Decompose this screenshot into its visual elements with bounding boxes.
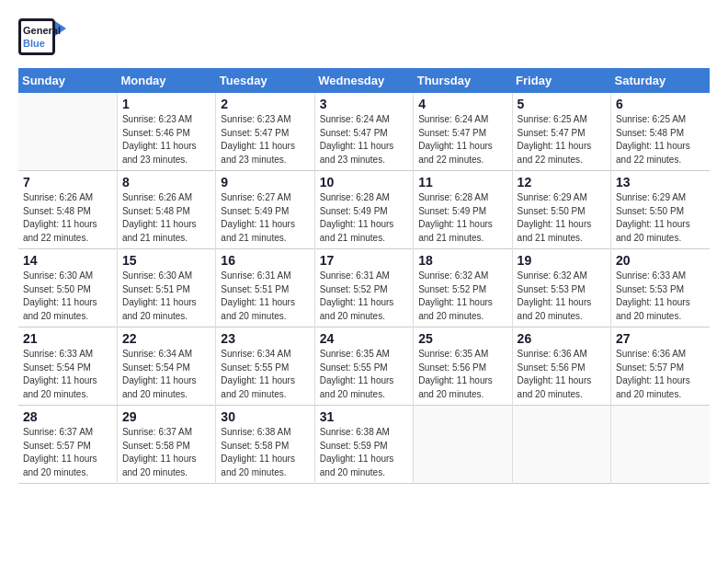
header-sunday: Sunday [18, 68, 117, 93]
calendar-cell: 4Sunrise: 6:24 AM Sunset: 5:47 PM Daylig… [414, 93, 512, 171]
calendar-cell: 2Sunrise: 6:23 AM Sunset: 5:47 PM Daylig… [216, 93, 314, 171]
calendar-cell: 28Sunrise: 6:37 AM Sunset: 5:57 PM Dayli… [18, 406, 117, 484]
calendar-cell: 18Sunrise: 6:32 AM Sunset: 5:52 PM Dayli… [414, 249, 512, 327]
calendar-cell: 8Sunrise: 6:26 AM Sunset: 5:48 PM Daylig… [117, 171, 215, 249]
day-info: Sunrise: 6:30 AM Sunset: 5:51 PM Dayligh… [122, 270, 210, 323]
day-info: Sunrise: 6:36 AM Sunset: 5:56 PM Dayligh… [518, 348, 606, 401]
calendar-cell: 30Sunrise: 6:38 AM Sunset: 5:58 PM Dayli… [216, 406, 314, 484]
day-number: 7 [23, 175, 112, 190]
day-info: Sunrise: 6:34 AM Sunset: 5:55 PM Dayligh… [221, 348, 309, 401]
day-number: 17 [320, 253, 408, 268]
calendar-cell [414, 406, 512, 484]
day-info: Sunrise: 6:32 AM Sunset: 5:53 PM Dayligh… [518, 270, 606, 323]
day-info: Sunrise: 6:37 AM Sunset: 5:57 PM Dayligh… [23, 426, 112, 479]
day-number: 28 [23, 409, 112, 424]
day-info: Sunrise: 6:37 AM Sunset: 5:58 PM Dayligh… [122, 426, 210, 479]
calendar-cell: 12Sunrise: 6:29 AM Sunset: 5:50 PM Dayli… [512, 171, 610, 249]
day-number: 26 [518, 331, 606, 346]
day-number: 29 [122, 409, 210, 424]
day-number: 20 [616, 253, 705, 268]
day-info: Sunrise: 6:36 AM Sunset: 5:57 PM Dayligh… [616, 348, 705, 401]
calendar-cell: 16Sunrise: 6:31 AM Sunset: 5:51 PM Dayli… [216, 249, 314, 327]
calendar-cell: 31Sunrise: 6:38 AM Sunset: 5:59 PM Dayli… [314, 406, 413, 484]
day-number: 10 [320, 175, 408, 190]
day-info: Sunrise: 6:24 AM Sunset: 5:47 PM Dayligh… [320, 113, 408, 167]
day-info: Sunrise: 6:35 AM Sunset: 5:55 PM Dayligh… [320, 348, 408, 401]
day-info: Sunrise: 6:32 AM Sunset: 5:52 PM Dayligh… [418, 270, 506, 323]
day-number: 14 [23, 253, 112, 268]
calendar-cell: 19Sunrise: 6:32 AM Sunset: 5:53 PM Dayli… [512, 249, 610, 327]
calendar-table: SundayMondayTuesdayWednesdayThursdayFrid… [18, 68, 710, 484]
calendar-cell: 3Sunrise: 6:24 AM Sunset: 5:47 PM Daylig… [314, 93, 413, 171]
calendar-cell: 22Sunrise: 6:34 AM Sunset: 5:54 PM Dayli… [117, 327, 215, 406]
day-number: 15 [122, 253, 210, 268]
day-number: 3 [320, 97, 408, 111]
logo: GeneralBlue [18, 18, 59, 59]
day-info: Sunrise: 6:31 AM Sunset: 5:52 PM Dayligh… [320, 270, 408, 323]
logo-emblem: GeneralBlue [18, 18, 59, 59]
calendar-cell: 17Sunrise: 6:31 AM Sunset: 5:52 PM Dayli… [314, 249, 413, 327]
calendar-week-3: 14Sunrise: 6:30 AM Sunset: 5:50 PM Dayli… [18, 249, 710, 327]
day-number: 13 [616, 175, 705, 190]
day-number: 2 [221, 97, 309, 111]
day-info: Sunrise: 6:34 AM Sunset: 5:54 PM Dayligh… [122, 348, 210, 401]
calendar-header-row: SundayMondayTuesdayWednesdayThursdayFrid… [18, 68, 710, 93]
header-wednesday: Wednesday [314, 68, 413, 93]
calendar-week-2: 7Sunrise: 6:26 AM Sunset: 5:48 PM Daylig… [18, 171, 710, 249]
calendar-cell: 21Sunrise: 6:33 AM Sunset: 5:54 PM Dayli… [18, 327, 117, 406]
day-info: Sunrise: 6:25 AM Sunset: 5:47 PM Dayligh… [518, 113, 606, 167]
calendar-cell: 10Sunrise: 6:28 AM Sunset: 5:49 PM Dayli… [314, 171, 413, 249]
day-number: 1 [122, 97, 210, 111]
calendar-cell: 20Sunrise: 6:33 AM Sunset: 5:53 PM Dayli… [611, 249, 710, 327]
calendar-cell: 29Sunrise: 6:37 AM Sunset: 5:58 PM Dayli… [117, 406, 215, 484]
day-number: 21 [23, 331, 112, 346]
day-info: Sunrise: 6:27 AM Sunset: 5:49 PM Dayligh… [221, 191, 309, 245]
calendar-cell: 26Sunrise: 6:36 AM Sunset: 5:56 PM Dayli… [512, 327, 610, 406]
day-number: 18 [418, 253, 506, 268]
calendar-cell [512, 406, 610, 484]
logo-graphic: GeneralBlue [18, 18, 59, 59]
calendar-week-1: 1Sunrise: 6:23 AM Sunset: 5:46 PM Daylig… [18, 93, 710, 171]
day-info: Sunrise: 6:29 AM Sunset: 5:50 PM Dayligh… [616, 191, 705, 245]
day-number: 12 [518, 175, 606, 190]
header-saturday: Saturday [611, 68, 710, 93]
day-number: 16 [221, 253, 309, 268]
calendar-cell: 27Sunrise: 6:36 AM Sunset: 5:57 PM Dayli… [611, 327, 710, 406]
calendar-cell: 7Sunrise: 6:26 AM Sunset: 5:48 PM Daylig… [18, 171, 117, 249]
day-info: Sunrise: 6:38 AM Sunset: 5:58 PM Dayligh… [221, 426, 309, 479]
day-info: Sunrise: 6:28 AM Sunset: 5:49 PM Dayligh… [418, 191, 506, 245]
header-thursday: Thursday [414, 68, 512, 93]
calendar-week-4: 21Sunrise: 6:33 AM Sunset: 5:54 PM Dayli… [18, 327, 710, 406]
day-info: Sunrise: 6:35 AM Sunset: 5:56 PM Dayligh… [418, 348, 506, 401]
header-tuesday: Tuesday [216, 68, 314, 93]
calendar-cell: 15Sunrise: 6:30 AM Sunset: 5:51 PM Dayli… [117, 249, 215, 327]
day-info: Sunrise: 6:28 AM Sunset: 5:49 PM Dayligh… [320, 191, 408, 245]
day-number: 8 [122, 175, 210, 190]
day-info: Sunrise: 6:33 AM Sunset: 5:53 PM Dayligh… [616, 270, 705, 323]
calendar-cell: 6Sunrise: 6:25 AM Sunset: 5:48 PM Daylig… [611, 93, 710, 171]
day-number: 9 [221, 175, 309, 190]
calendar-cell [18, 93, 117, 171]
calendar-cell: 5Sunrise: 6:25 AM Sunset: 5:47 PM Daylig… [512, 93, 610, 171]
header-monday: Monday [117, 68, 215, 93]
day-info: Sunrise: 6:24 AM Sunset: 5:47 PM Dayligh… [418, 113, 506, 167]
day-number: 24 [320, 331, 408, 346]
calendar-cell: 13Sunrise: 6:29 AM Sunset: 5:50 PM Dayli… [611, 171, 710, 249]
page-header: GeneralBlue [18, 18, 710, 59]
calendar-cell: 14Sunrise: 6:30 AM Sunset: 5:50 PM Dayli… [18, 249, 117, 327]
calendar-cell: 25Sunrise: 6:35 AM Sunset: 5:56 PM Dayli… [414, 327, 512, 406]
day-number: 19 [518, 253, 606, 268]
header-friday: Friday [512, 68, 610, 93]
calendar-cell: 11Sunrise: 6:28 AM Sunset: 5:49 PM Dayli… [414, 171, 512, 249]
day-number: 25 [418, 331, 506, 346]
day-info: Sunrise: 6:23 AM Sunset: 5:47 PM Dayligh… [221, 113, 309, 167]
day-number: 31 [320, 409, 408, 424]
day-info: Sunrise: 6:23 AM Sunset: 5:46 PM Dayligh… [122, 113, 210, 167]
calendar-cell: 9Sunrise: 6:27 AM Sunset: 5:49 PM Daylig… [216, 171, 314, 249]
day-number: 6 [616, 97, 705, 111]
logo-text: GeneralBlue [23, 24, 61, 51]
day-info: Sunrise: 6:31 AM Sunset: 5:51 PM Dayligh… [221, 270, 309, 323]
day-info: Sunrise: 6:30 AM Sunset: 5:50 PM Dayligh… [23, 270, 112, 323]
day-number: 23 [221, 331, 309, 346]
day-info: Sunrise: 6:29 AM Sunset: 5:50 PM Dayligh… [518, 191, 606, 245]
